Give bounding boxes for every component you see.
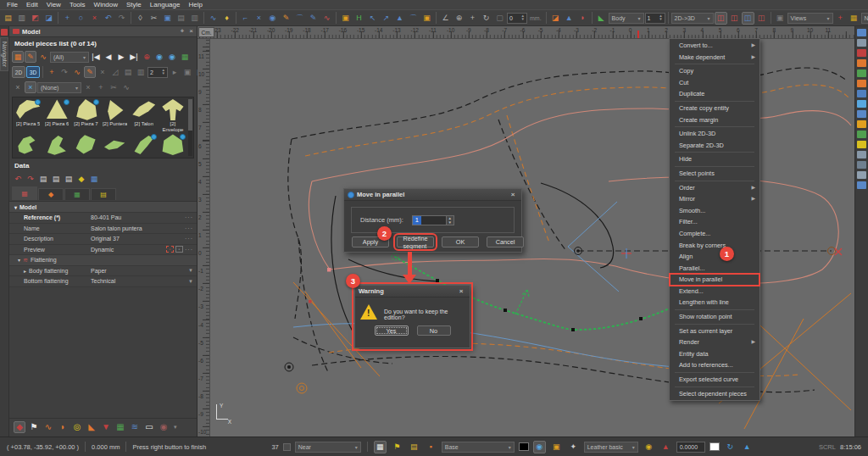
data-sheet-icon[interactable]: ▤	[37, 173, 49, 185]
box-icon[interactable]: ▢	[493, 12, 506, 25]
copies-spinner[interactable]: 2▲▼	[147, 67, 168, 78]
tools-icon[interactable]: ✦	[567, 441, 580, 453]
next-piece-icon[interactable]: ▶	[115, 51, 127, 63]
property-group-model[interactable]: ▾ Model	[9, 202, 197, 213]
attach-icon[interactable]: +	[95, 81, 107, 93]
zoom-icon[interactable]: ○	[75, 12, 87, 25]
data-image-icon[interactable]: ▦	[88, 173, 100, 185]
warning-titlebar[interactable]: Warning ×	[355, 286, 470, 298]
measure-icon[interactable]: ∿	[320, 12, 333, 25]
property-row[interactable]: Reference (*)80-401 Pau···	[9, 213, 197, 224]
right-tool-icon-6[interactable]	[857, 80, 866, 87]
body-number-spinner[interactable]: 1▲▼	[645, 13, 665, 24]
close-icon[interactable]: ×	[189, 27, 193, 36]
piece-copy-icon[interactable]: ▤	[122, 66, 134, 78]
right-tool-icon-3[interactable]	[857, 49, 866, 57]
context-menu-item[interactable]: Mirror▶	[670, 193, 760, 205]
menu-window[interactable]: Window	[90, 0, 122, 9]
group-icon[interactable]: ▣	[181, 66, 193, 78]
property-row[interactable]: NameSalon talon puntera···	[9, 224, 197, 235]
detach-icon[interactable]: ×	[82, 81, 94, 93]
property-row[interactable]: PreviewDynamic▫▫···	[9, 245, 197, 256]
context-menu-item[interactable]: Entity data	[670, 348, 760, 360]
ellipsis-button[interactable]: ···	[185, 247, 197, 253]
view-3d-button[interactable]: 3D	[26, 66, 40, 78]
color-select[interactable]: Negro▾	[861, 13, 868, 24]
show-piece-icon[interactable]: ◉	[153, 51, 165, 63]
piece-thumbnail[interactable]	[72, 134, 99, 156]
filter-none-select[interactable]: (None)▾	[37, 82, 81, 93]
tab-notes-data[interactable]: ▤	[91, 188, 116, 200]
grid-borders-icon[interactable]: ▦	[374, 441, 387, 453]
lines-icon[interactable]: ▪	[425, 441, 437, 453]
rotate-icon[interactable]: ↻	[480, 12, 492, 25]
piece-delete-icon[interactable]: ×	[97, 66, 108, 78]
right-tool-icon-8[interactable]	[857, 100, 866, 108]
property-row[interactable]: ▸Body flatteningPaper▼	[9, 266, 197, 277]
sole-icon[interactable]: ◗	[57, 421, 69, 433]
ok-button[interactable]: OK	[442, 236, 479, 247]
target-icon[interactable]: ⊕	[453, 12, 465, 25]
undo-icon[interactable]: ↶	[102, 12, 114, 25]
web-icon[interactable]: ◉	[266, 12, 279, 25]
angle-field[interactable]: 0.0000	[676, 442, 705, 453]
lock2-icon[interactable]: ▣	[420, 12, 433, 25]
transfer-3d2d-icon[interactable]: ◫	[728, 12, 741, 25]
erase-icon[interactable]: ◊	[134, 12, 147, 25]
context-menu-item[interactable]: Filter...	[670, 216, 760, 228]
cut-icon[interactable]: ✂	[147, 12, 160, 25]
piece-thumbnail[interactable]: [2] Envelope	[159, 99, 186, 132]
navigator-tab[interactable]: Navigator	[0, 37, 8, 71]
piece-edit2-icon[interactable]: ✎	[84, 66, 96, 78]
flag-tool-icon[interactable]: ⚑	[28, 421, 40, 433]
context-menu-item[interactable]: Hide	[670, 153, 760, 165]
people-icon[interactable]: ▲	[563, 12, 576, 25]
menu-help[interactable]: Help	[184, 0, 206, 9]
add-piece-icon[interactable]: +	[46, 66, 58, 78]
arc-icon[interactable]: ⌒	[293, 12, 306, 25]
piece-paste-icon[interactable]: ▥	[135, 66, 147, 78]
tab-model-data[interactable]: ▦	[12, 186, 37, 200]
right-tool-icon-1[interactable]	[857, 29, 866, 36]
corner-tool-icon[interactable]: ⌐	[239, 12, 252, 25]
pan-icon[interactable]: +	[61, 12, 74, 25]
context-menu-item[interactable]: Align	[670, 251, 760, 263]
dialog-titlebar[interactable]: Move in parallel ×	[344, 189, 521, 201]
transfer-2d3d-icon[interactable]: ◫	[715, 12, 727, 25]
context-menu-item[interactable]: Parallel...	[670, 263, 760, 275]
piece-outline-icon[interactable]: ∿	[71, 66, 83, 78]
menu-style[interactable]: Style	[122, 0, 146, 9]
menu-file[interactable]: File	[3, 0, 22, 9]
stamp-icon[interactable]: ▼	[100, 421, 112, 433]
redefine-segment-button[interactable]: Redefine segment	[397, 236, 434, 247]
link-icon[interactable]: ×	[25, 81, 36, 93]
pin-icon[interactable]: ⌖	[181, 27, 185, 36]
lock-tool-icon[interactable]: ▣	[339, 12, 352, 25]
mode-2d3d-select[interactable]: 2D->3D▾	[671, 13, 714, 24]
last-piece-icon[interactable]: ▶|	[128, 51, 140, 63]
cone-icon[interactable]: ▲	[741, 441, 754, 453]
context-menu-item[interactable]: Unlink 2D-3D	[670, 128, 760, 140]
data-undo-icon[interactable]: ↶	[12, 173, 24, 185]
menu-view[interactable]: View	[42, 0, 65, 9]
right-tool-icon-9[interactable]	[857, 110, 866, 118]
context-menu-item[interactable]: Extend...	[670, 286, 760, 298]
paste-special-icon[interactable]: ▥	[188, 12, 201, 25]
right-tool-icon-14[interactable]	[857, 161, 866, 169]
data-sheet-add-icon[interactable]: ▤	[50, 173, 62, 185]
context-menu-item[interactable]: Move in parallel	[670, 274, 760, 286]
refresh-render-icon[interactable]: ↻	[724, 441, 737, 453]
piece-thumbnail[interactable]	[159, 134, 186, 156]
close-icon[interactable]: ×	[508, 191, 518, 198]
snap-mode-select[interactable]: Near▾	[295, 442, 361, 453]
prev-piece-icon[interactable]: ◀	[103, 51, 114, 63]
right-tool-icon-7[interactable]	[857, 90, 866, 97]
context-menu-item[interactable]: Smooth...	[670, 205, 760, 217]
show-all-icon[interactable]: ◉	[166, 51, 178, 63]
context-menu-item[interactable]: Render▶	[670, 336, 760, 348]
material-select[interactable]: Leather basic▾	[584, 442, 638, 453]
context-menu-item[interactable]: Make dependent▶	[670, 52, 760, 64]
visibility-icon[interactable]: ◉	[533, 441, 546, 453]
select-target-icon[interactable]: ⊕	[141, 51, 153, 63]
context-menu-item[interactable]: Lengthen with line	[670, 297, 760, 309]
